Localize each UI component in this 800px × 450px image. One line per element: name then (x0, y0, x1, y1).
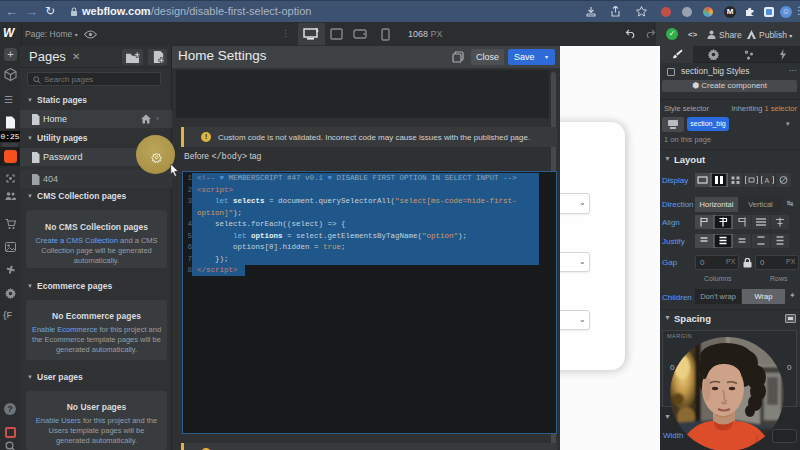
svg-text:A: A (765, 177, 770, 184)
